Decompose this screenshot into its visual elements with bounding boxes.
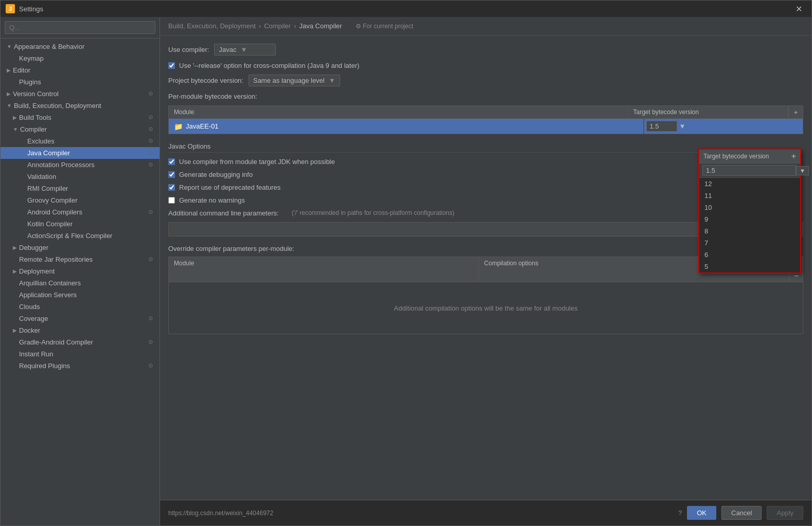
project-bytecode-arrow-icon: ▼ (329, 77, 336, 84)
use-compiler-select[interactable]: Javac ▼ (214, 44, 276, 56)
sidebar-item-build-tools[interactable]: ▶Build Tools⚙ (1, 112, 160, 123)
apply-button[interactable]: Apply (767, 506, 803, 520)
dropdown-option[interactable]: 10 (699, 202, 800, 213)
sidebar-item-label: Clouds (19, 303, 40, 311)
sidebar-item-label: Required Plugins (19, 362, 70, 370)
sidebar-item-debugger[interactable]: ▶Debugger (1, 242, 160, 253)
dropdown-option[interactable]: 5 (699, 261, 800, 273)
sidebar-item-arquillian-containers[interactable]: Arquillian Containers (1, 277, 160, 289)
sidebar-settings-icon: ⚙ (148, 256, 153, 263)
titlebar: J Settings ✕ (1, 1, 811, 17)
sidebar-item-remote-jar-repositories[interactable]: Remote Jar Repositories⚙ (1, 253, 160, 265)
sidebar-item-groovy-compiler[interactable]: Groovy Compiler (1, 194, 160, 206)
sidebar-item-label: Build Tools (19, 114, 51, 121)
sidebar-item-clouds[interactable]: Clouds (1, 301, 160, 313)
sidebar-item-label: Android Compilers (27, 208, 82, 216)
project-bytecode-select[interactable]: Same as language level ▼ (249, 75, 340, 86)
sidebar-item-actionscript--flex-compiler[interactable]: ActionScript & Flex Compiler (1, 230, 160, 242)
javac-option-checkbox[interactable] (168, 171, 175, 178)
sidebar-item-appearance--behavior[interactable]: ▼Appearance & Behavior (1, 41, 160, 52)
sidebar-item-java-compiler[interactable]: Java Compiler⚙ (1, 147, 160, 159)
javac-option-label: Use compiler from module target JDK when… (179, 158, 335, 166)
sidebar-item-label: Arquillian Containers (19, 279, 81, 287)
sidebar-item-label: Validation (27, 173, 56, 180)
sidebar-item-application-servers[interactable]: Application Servers (1, 289, 160, 301)
sidebar-item-kotlin-compiler[interactable]: Kotlin Compiler (1, 218, 160, 230)
sidebar-items: ▼Appearance & BehaviorKeymap▶EditorPlugi… (1, 39, 160, 525)
sidebar-item-label: Excludes (27, 137, 55, 145)
sidebar-item-android-compilers[interactable]: Android Compilers⚙ (1, 206, 160, 218)
sidebar-item-build-execution-deployment[interactable]: ▼Build, Execution, Deployment (1, 100, 160, 112)
dropdown-option[interactable]: 6 (699, 249, 800, 261)
javac-option-checkbox[interactable] (168, 158, 175, 165)
table-row[interactable]: 📁 JavaEE-01 ▼ (169, 119, 803, 134)
use-compiler-label: Use compiler: (168, 46, 209, 53)
release-option-checkbox[interactable] (168, 62, 175, 69)
use-compiler-arrow-icon: ▼ (240, 46, 247, 53)
dropdown-input[interactable] (702, 165, 796, 176)
version-dropdown: Target bytecode version + ▼ 12111098765 (698, 149, 801, 274)
module-name: JavaEE-01 (186, 122, 219, 130)
sidebar-item-docker[interactable]: ▶Docker (1, 324, 160, 336)
sidebar-item-annotation-processors[interactable]: Annotation Processors⚙ (1, 159, 160, 171)
module-table: Module Target bytecode version + 📁 JavaE… (168, 105, 803, 134)
release-option-label: Use '--release' option for cross-compila… (179, 62, 359, 69)
override-module-header: Module (169, 257, 479, 282)
settings-window: J Settings ✕ ▼Appearance & BehaviorKeyma… (0, 0, 812, 526)
search-input[interactable] (5, 21, 155, 34)
sidebar-item-coverage[interactable]: Coverage⚙ (1, 313, 160, 324)
sidebar-item-keymap[interactable]: Keymap (1, 52, 160, 64)
sidebar-arrow-icon: ▶ (13, 328, 17, 333)
dropdown-option[interactable]: 8 (699, 225, 800, 237)
dropdown-add-button[interactable]: + (791, 152, 796, 161)
project-bytecode-row: Project bytecode version: Same as langua… (168, 75, 803, 86)
use-compiler-row: Use compiler: Javac ▼ (168, 44, 803, 56)
override-empty-text: Additional compilation options will be t… (394, 304, 578, 312)
sidebar-item-version-control[interactable]: ▶Version Control⚙ (1, 88, 160, 100)
sidebar-item-compiler[interactable]: ▼Compiler⚙ (1, 123, 160, 135)
main-panel: Build, Execution, Deployment › Compiler … (160, 17, 811, 525)
module-name-cell: 📁 JavaEE-01 (169, 119, 644, 134)
sidebar-item-validation[interactable]: Validation (1, 171, 160, 183)
dropdown-header: Target bytecode version + (699, 150, 800, 164)
sidebar-settings-icon: ⚙ (148, 126, 153, 133)
dropdown-option[interactable]: 12 (699, 178, 800, 190)
cancel-button[interactable]: Cancel (721, 506, 762, 520)
dropdown-option[interactable]: 7 (699, 237, 800, 249)
sidebar-item-excludes[interactable]: Excludes⚙ (1, 135, 160, 147)
sidebar-item-label: Docker (19, 327, 40, 334)
dropdown-toggle-button[interactable]: ▼ (796, 166, 809, 175)
help-icon[interactable]: ? (678, 509, 682, 517)
sidebar-item-instant-run[interactable]: Instant Run (1, 348, 160, 360)
add-module-button[interactable]: + (788, 106, 803, 118)
version-input[interactable] (646, 121, 677, 132)
sidebar-item-rmi-compiler[interactable]: RMI Compiler (1, 183, 160, 194)
sidebar-settings-icon: ⚙ (148, 90, 153, 97)
dropdown-label: Target bytecode version (703, 153, 788, 160)
sidebar-item-editor[interactable]: ▶Editor (1, 64, 160, 76)
sidebar-arrow-icon: ▶ (13, 268, 17, 274)
javac-option-checkbox[interactable] (168, 184, 175, 191)
version-cell: ▼ (644, 119, 803, 134)
ok-button[interactable]: OK (687, 506, 716, 520)
dropdown-option[interactable]: 9 (699, 213, 800, 225)
command-line-label: Additional command line parameters: (168, 209, 287, 217)
sidebar-item-plugins[interactable]: Plugins (1, 76, 160, 88)
javac-option-label: Generate no warnings (179, 196, 245, 204)
sidebar-item-required-plugins[interactable]: Required Plugins⚙ (1, 360, 160, 372)
sidebar-item-gradle-android-compiler[interactable]: Gradle-Android Compiler⚙ (1, 336, 160, 348)
sidebar-item-label: Application Servers (19, 291, 77, 299)
sidebar-arrow-icon: ▶ (13, 115, 17, 120)
sidebar-item-deployment[interactable]: ▶Deployment (1, 265, 160, 277)
sidebar-settings-icon: ⚙ (148, 138, 153, 144)
dropdown-option[interactable]: 11 (699, 190, 800, 202)
breadcrumb-sep1: › (259, 22, 261, 30)
folder-icon: 📁 (174, 122, 183, 131)
table-header: Module Target bytecode version + (169, 106, 803, 119)
use-compiler-value: Javac (219, 46, 236, 53)
close-button[interactable]: ✕ (791, 2, 806, 16)
version-dropdown-arrow[interactable]: ▼ (679, 122, 686, 130)
javac-option-checkbox[interactable] (168, 197, 175, 204)
sidebar-arrow-icon: ▼ (7, 44, 12, 49)
dropdown-list: 12111098765 (699, 178, 800, 273)
